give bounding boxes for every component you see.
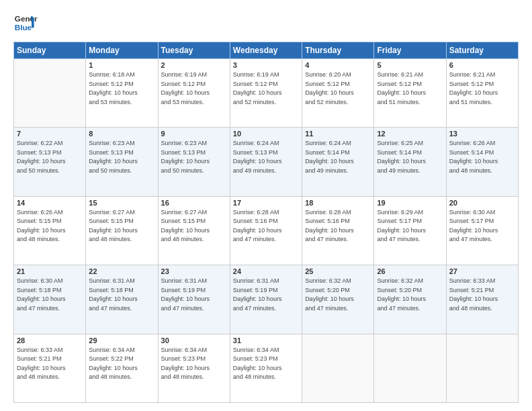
day-info: Sunrise: 6:26 AMSunset: 5:15 PMDaylight:… [17, 208, 83, 244]
day-number: 20 [449, 199, 515, 207]
calendar-cell: 26Sunrise: 6:32 AMSunset: 5:20 PMDayligh… [374, 265, 446, 334]
day-info: Sunrise: 6:30 AMSunset: 5:17 PMDaylight:… [449, 208, 515, 244]
svg-text:General: General [15, 14, 38, 23]
day-info: Sunrise: 6:31 AMSunset: 5:18 PMDaylight:… [89, 277, 154, 313]
day-number: 1 [89, 61, 154, 69]
day-info: Sunrise: 6:26 AMSunset: 5:14 PMDaylight:… [449, 139, 515, 175]
day-info: Sunrise: 6:24 AMSunset: 5:13 PMDaylight:… [233, 139, 299, 175]
day-info: Sunrise: 6:21 AMSunset: 5:12 PMDaylight:… [449, 71, 515, 107]
day-info: Sunrise: 6:18 AMSunset: 5:12 PMDaylight:… [89, 71, 154, 107]
calendar-header-sunday: Sunday [14, 42, 86, 59]
svg-text:Blue: Blue [15, 23, 32, 32]
calendar-week-row: 1Sunrise: 6:18 AMSunset: 5:12 PMDaylight… [14, 59, 519, 128]
day-info: Sunrise: 6:34 AMSunset: 5:23 PMDaylight:… [161, 346, 227, 382]
calendar-header-friday: Friday [374, 42, 446, 59]
day-number: 8 [89, 130, 154, 138]
page: General Blue SundayMondayTuesdayWednesda… [0, 0, 532, 411]
calendar-cell [302, 334, 374, 402]
calendar-header-row: SundayMondayTuesdayWednesdayThursdayFrid… [14, 42, 519, 59]
day-number: 30 [161, 336, 227, 345]
calendar-header-wednesday: Wednesday [230, 42, 302, 59]
day-info: Sunrise: 6:24 AMSunset: 5:14 PMDaylight:… [305, 139, 371, 175]
calendar-cell [14, 59, 86, 128]
day-info: Sunrise: 6:27 AMSunset: 5:15 PMDaylight:… [89, 208, 154, 244]
calendar-cell: 17Sunrise: 6:28 AMSunset: 5:16 PMDayligh… [230, 196, 302, 265]
calendar-week-row: 28Sunrise: 6:33 AMSunset: 5:21 PMDayligh… [14, 334, 519, 402]
day-number: 7 [17, 130, 83, 138]
day-info: Sunrise: 6:32 AMSunset: 5:20 PMDaylight:… [377, 277, 443, 313]
calendar-cell: 3Sunrise: 6:19 AMSunset: 5:12 PMDaylight… [230, 59, 302, 128]
calendar-cell: 9Sunrise: 6:23 AMSunset: 5:13 PMDaylight… [158, 128, 230, 196]
day-number: 16 [161, 199, 227, 207]
calendar-cell: 15Sunrise: 6:27 AMSunset: 5:15 PMDayligh… [86, 196, 158, 265]
calendar-cell: 20Sunrise: 6:30 AMSunset: 5:17 PMDayligh… [446, 196, 518, 265]
day-info: Sunrise: 6:22 AMSunset: 5:13 PMDaylight:… [17, 139, 83, 175]
day-number: 11 [305, 130, 371, 138]
day-number: 6 [449, 61, 515, 69]
calendar-cell: 13Sunrise: 6:26 AMSunset: 5:14 PMDayligh… [446, 128, 518, 196]
day-number: 9 [161, 130, 227, 138]
calendar-table: SundayMondayTuesdayWednesdayThursdayFrid… [13, 42, 519, 403]
calendar-cell: 21Sunrise: 6:30 AMSunset: 5:18 PMDayligh… [14, 265, 86, 334]
day-number: 2 [161, 61, 227, 69]
calendar-cell [446, 334, 518, 402]
day-number: 17 [233, 199, 299, 207]
day-info: Sunrise: 6:20 AMSunset: 5:12 PMDaylight:… [305, 71, 371, 107]
day-info: Sunrise: 6:28 AMSunset: 5:16 PMDaylight:… [233, 208, 299, 244]
day-number: 4 [305, 61, 371, 69]
day-number: 29 [89, 336, 154, 345]
calendar-cell: 24Sunrise: 6:31 AMSunset: 5:19 PMDayligh… [230, 265, 302, 334]
logo: General Blue [13, 11, 38, 35]
day-info: Sunrise: 6:19 AMSunset: 5:12 PMDaylight:… [161, 71, 227, 107]
day-info: Sunrise: 6:23 AMSunset: 5:13 PMDaylight:… [161, 139, 227, 175]
day-info: Sunrise: 6:33 AMSunset: 5:21 PMDaylight:… [17, 346, 83, 382]
day-info: Sunrise: 6:31 AMSunset: 5:19 PMDaylight:… [233, 277, 299, 313]
day-info: Sunrise: 6:21 AMSunset: 5:12 PMDaylight:… [377, 71, 443, 107]
calendar-cell: 18Sunrise: 6:28 AMSunset: 5:16 PMDayligh… [302, 196, 374, 265]
calendar-cell: 8Sunrise: 6:23 AMSunset: 5:13 PMDaylight… [86, 128, 158, 196]
day-info: Sunrise: 6:25 AMSunset: 5:14 PMDaylight:… [377, 139, 443, 175]
calendar-cell: 14Sunrise: 6:26 AMSunset: 5:15 PMDayligh… [14, 196, 86, 265]
day-number: 21 [17, 267, 83, 275]
day-info: Sunrise: 6:34 AMSunset: 5:22 PMDaylight:… [89, 346, 154, 382]
calendar-cell: 22Sunrise: 6:31 AMSunset: 5:18 PMDayligh… [86, 265, 158, 334]
calendar-header-monday: Monday [86, 42, 158, 59]
day-info: Sunrise: 6:33 AMSunset: 5:21 PMDaylight:… [449, 277, 515, 313]
day-number: 3 [233, 61, 299, 69]
day-number: 10 [233, 130, 299, 138]
day-number: 26 [377, 267, 443, 275]
day-info: Sunrise: 6:19 AMSunset: 5:12 PMDaylight:… [233, 71, 299, 107]
calendar-cell: 19Sunrise: 6:29 AMSunset: 5:17 PMDayligh… [374, 196, 446, 265]
day-info: Sunrise: 6:29 AMSunset: 5:17 PMDaylight:… [377, 208, 443, 244]
calendar-cell: 12Sunrise: 6:25 AMSunset: 5:14 PMDayligh… [374, 128, 446, 196]
logo-icon: General Blue [13, 11, 38, 35]
day-number: 15 [89, 199, 154, 207]
calendar-cell: 2Sunrise: 6:19 AMSunset: 5:12 PMDaylight… [158, 59, 230, 128]
day-number: 27 [449, 267, 515, 275]
calendar-cell: 4Sunrise: 6:20 AMSunset: 5:12 PMDaylight… [302, 59, 374, 128]
day-number: 22 [89, 267, 154, 275]
header: General Blue [13, 11, 519, 35]
day-number: 18 [305, 199, 371, 207]
day-info: Sunrise: 6:34 AMSunset: 5:23 PMDaylight:… [233, 346, 299, 382]
calendar-cell: 7Sunrise: 6:22 AMSunset: 5:13 PMDaylight… [14, 128, 86, 196]
day-number: 14 [17, 199, 83, 207]
day-info: Sunrise: 6:31 AMSunset: 5:19 PMDaylight:… [161, 277, 227, 313]
day-info: Sunrise: 6:28 AMSunset: 5:16 PMDaylight:… [305, 208, 371, 244]
calendar-header-thursday: Thursday [302, 42, 374, 59]
day-number: 23 [161, 267, 227, 275]
calendar-cell: 16Sunrise: 6:27 AMSunset: 5:15 PMDayligh… [158, 196, 230, 265]
day-info: Sunrise: 6:32 AMSunset: 5:20 PMDaylight:… [305, 277, 371, 313]
day-number: 13 [449, 130, 515, 138]
calendar-header-tuesday: Tuesday [158, 42, 230, 59]
calendar-cell: 27Sunrise: 6:33 AMSunset: 5:21 PMDayligh… [446, 265, 518, 334]
calendar-header-saturday: Saturday [446, 42, 518, 59]
day-number: 31 [233, 336, 299, 345]
day-number: 5 [377, 61, 443, 69]
calendar-cell: 11Sunrise: 6:24 AMSunset: 5:14 PMDayligh… [302, 128, 374, 196]
day-number: 28 [17, 336, 83, 345]
day-info: Sunrise: 6:23 AMSunset: 5:13 PMDaylight:… [89, 139, 154, 175]
calendar-week-row: 7Sunrise: 6:22 AMSunset: 5:13 PMDaylight… [14, 128, 519, 196]
calendar-cell: 29Sunrise: 6:34 AMSunset: 5:22 PMDayligh… [86, 334, 158, 402]
day-number: 12 [377, 130, 443, 138]
